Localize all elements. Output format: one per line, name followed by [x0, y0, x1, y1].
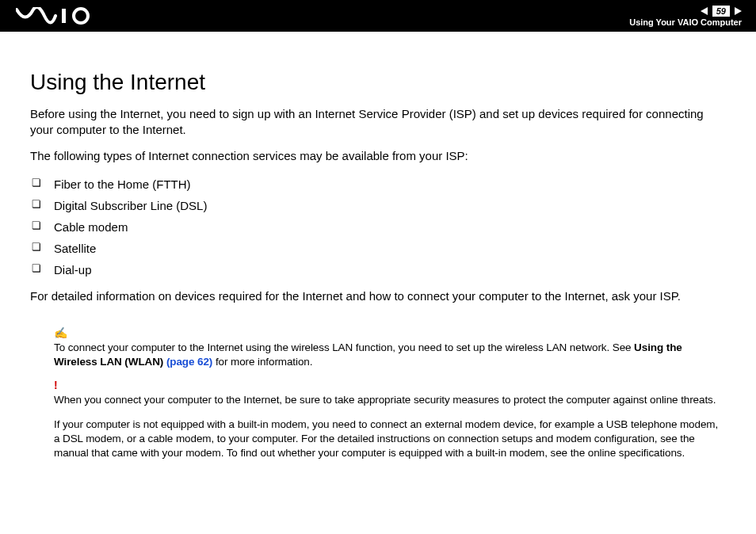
notes-section: ✍ To connect your computer to the Intern… — [30, 314, 726, 460]
page-title: Using the Internet — [30, 70, 726, 95]
svg-rect-0 — [62, 9, 66, 23]
pencil-icon: ✍ — [54, 326, 726, 339]
list-item: Satellite — [30, 238, 726, 259]
note-text-post: for more information. — [212, 356, 312, 368]
prev-page-arrow-icon[interactable] — [701, 7, 708, 15]
list-item: Dial-up — [30, 259, 726, 280]
page-navigation: 59 — [701, 6, 742, 17]
warning-icon: ! — [54, 379, 726, 391]
connection-type-list: Fiber to the Home (FTTH) Digital Subscri… — [30, 174, 726, 280]
page-number: 59 — [712, 6, 730, 17]
note-text-pre: To connect your computer to the Internet… — [54, 341, 634, 353]
page-content: Using the Internet Before using the Inte… — [0, 32, 756, 486]
next-page-arrow-icon[interactable] — [735, 7, 742, 15]
list-item: Digital Subscriber Line (DSL) — [30, 195, 726, 216]
svg-point-1 — [74, 9, 88, 23]
intro-paragraph-2: The following types of Internet connecti… — [30, 148, 726, 164]
list-item: Cable modem — [30, 216, 726, 238]
modem-note: If your computer is not equipped with a … — [54, 418, 726, 461]
header-right: 59 Using Your VAIO Computer — [629, 6, 742, 27]
vaio-logo — [16, 7, 103, 25]
header-bar: 59 Using Your VAIO Computer — [0, 0, 756, 32]
isp-paragraph: For detailed information on devices requ… — [30, 288, 726, 304]
section-title: Using Your VAIO Computer — [629, 17, 742, 27]
page-link[interactable]: (page 62) — [166, 356, 212, 368]
list-item: Fiber to the Home (FTTH) — [30, 174, 726, 195]
security-note: When you connect your computer to the In… — [54, 393, 726, 407]
intro-paragraph-1: Before using the Internet, you need to s… — [30, 106, 726, 139]
wlan-note: To connect your computer to the Internet… — [54, 341, 726, 369]
